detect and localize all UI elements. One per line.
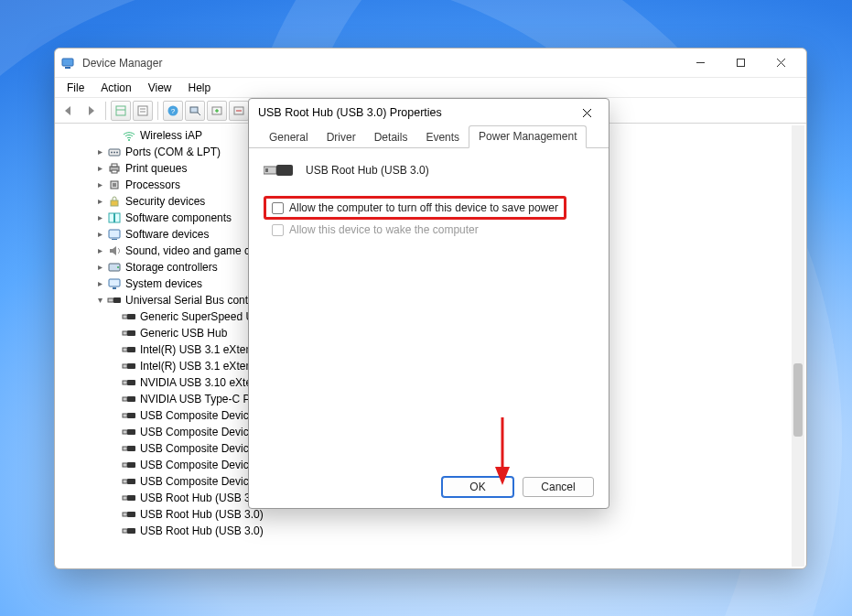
audio-icon bbox=[107, 243, 122, 258]
allow-poweroff-checkbox[interactable] bbox=[272, 202, 284, 214]
svg-rect-54 bbox=[123, 447, 127, 450]
svg-rect-69 bbox=[276, 165, 293, 176]
tab-general[interactable]: General bbox=[260, 127, 318, 148]
usb-plug-icon bbox=[264, 161, 295, 179]
tree-item-label: Security devices bbox=[125, 193, 205, 210]
usb-icon bbox=[122, 392, 136, 406]
toolbar-properties-icon[interactable] bbox=[133, 101, 153, 121]
printer-icon bbox=[107, 161, 122, 176]
close-button[interactable] bbox=[760, 49, 801, 77]
allow-wake-label: Allow this device to wake the computer bbox=[289, 223, 479, 236]
chevron-right-icon[interactable]: ▸ bbox=[93, 226, 107, 243]
dialog-body: USB Root Hub (USB 3.0) Allow the compute… bbox=[249, 148, 609, 508]
chevron-right-icon[interactable]: ▸ bbox=[93, 210, 107, 226]
tree-item-label: Processors bbox=[125, 177, 180, 193]
vertical-scrollbar[interactable] bbox=[792, 125, 804, 567]
svg-rect-42 bbox=[123, 348, 127, 351]
svg-rect-39 bbox=[127, 314, 135, 319]
svg-rect-36 bbox=[108, 298, 113, 302]
svg-rect-38 bbox=[123, 315, 127, 319]
chevron-right-icon[interactable]: ▸ bbox=[93, 160, 107, 177]
tree-item-label: System devices bbox=[125, 276, 202, 292]
svg-rect-27 bbox=[111, 200, 118, 206]
usb-icon bbox=[122, 441, 136, 456]
svg-rect-34 bbox=[109, 279, 120, 286]
svg-rect-37 bbox=[113, 297, 121, 303]
ok-button[interactable]: OK bbox=[442, 477, 513, 497]
toolbar-scan-icon[interactable] bbox=[185, 101, 205, 121]
svg-rect-58 bbox=[123, 480, 127, 483]
chevron-right-icon[interactable]: ▸ bbox=[93, 276, 107, 292]
chevron-down-icon[interactable]: ▾ bbox=[93, 292, 107, 308]
svg-rect-56 bbox=[123, 463, 127, 467]
toolbar-forward-icon[interactable] bbox=[81, 101, 101, 121]
lock-icon bbox=[107, 194, 122, 209]
usb-icon bbox=[122, 309, 136, 324]
toolbar-uninstall-icon[interactable] bbox=[229, 101, 249, 121]
dialog-tabs: GeneralDriverDetailsEventsPower Manageme… bbox=[249, 126, 609, 148]
toolbar-update-driver-icon[interactable] bbox=[207, 101, 227, 121]
toolbar-show-hide-tree-icon[interactable] bbox=[111, 101, 131, 121]
svg-point-21 bbox=[116, 152, 118, 154]
svg-rect-31 bbox=[112, 239, 117, 240]
usb-icon bbox=[122, 507, 136, 522]
svg-rect-41 bbox=[127, 330, 135, 336]
usb-icon bbox=[122, 359, 136, 373]
svg-rect-50 bbox=[123, 414, 127, 417]
device-name-label: USB Root Hub (USB 3.0) bbox=[306, 164, 429, 177]
chevron-right-icon[interactable]: ▸ bbox=[93, 193, 107, 210]
swdev-icon bbox=[107, 227, 122, 242]
maximize-button[interactable] bbox=[720, 49, 760, 77]
dialog-close-button[interactable] bbox=[574, 101, 599, 124]
menu-view[interactable]: View bbox=[140, 80, 180, 96]
dialog-title: USB Root Hub (USB 3.0) Properties bbox=[258, 106, 442, 119]
tree-item-label: Wireless iAP bbox=[140, 127, 202, 144]
tree-item-label: Software components bbox=[125, 210, 232, 226]
usb-icon bbox=[122, 524, 136, 538]
allow-wake-checkbox bbox=[272, 224, 284, 236]
dialog-titlebar: USB Root Hub (USB 3.0) Properties bbox=[249, 99, 609, 126]
scrollbar-thumb[interactable] bbox=[793, 363, 803, 437]
svg-rect-63 bbox=[127, 512, 135, 517]
tree-item-label: USB Composite Device bbox=[140, 473, 254, 490]
tree-item[interactable]: USB Root Hub (USB 3.0) bbox=[60, 523, 792, 539]
tree-item-label: USB Composite Device bbox=[140, 407, 254, 424]
tab-power-management[interactable]: Power Management bbox=[469, 125, 587, 148]
tab-details[interactable]: Details bbox=[365, 127, 417, 148]
cancel-button[interactable]: Cancel bbox=[523, 477, 594, 497]
wifi-icon bbox=[122, 128, 136, 143]
menu-file[interactable]: File bbox=[59, 80, 92, 96]
chevron-right-icon[interactable]: ▸ bbox=[93, 259, 107, 276]
menu-action[interactable]: Action bbox=[92, 80, 139, 96]
toolbar-back-icon[interactable] bbox=[59, 101, 79, 121]
tree-item-label: USB Composite Device bbox=[140, 424, 254, 440]
chevron-right-icon[interactable]: ▸ bbox=[93, 243, 107, 259]
port-icon bbox=[107, 145, 122, 159]
svg-point-19 bbox=[111, 152, 113, 154]
tree-item-label: Generic USB Hub bbox=[140, 325, 227, 341]
highlight-box: Allow the computer to turn off this devi… bbox=[264, 196, 566, 220]
svg-rect-49 bbox=[127, 396, 135, 402]
svg-rect-26 bbox=[113, 183, 116, 187]
svg-text:?: ? bbox=[171, 107, 176, 115]
svg-rect-30 bbox=[109, 230, 120, 238]
chevron-right-icon[interactable]: ▸ bbox=[93, 177, 107, 193]
toolbar-help-icon[interactable]: ? bbox=[163, 101, 183, 121]
chevron-right-icon[interactable]: ▸ bbox=[93, 144, 107, 160]
minimize-button[interactable] bbox=[680, 49, 720, 77]
svg-rect-57 bbox=[127, 462, 135, 468]
usb-icon bbox=[122, 342, 136, 357]
svg-rect-1 bbox=[65, 67, 70, 69]
swcomp-icon bbox=[107, 211, 122, 225]
tab-events[interactable]: Events bbox=[416, 127, 469, 148]
svg-point-20 bbox=[113, 152, 115, 154]
menu-help[interactable]: Help bbox=[180, 80, 220, 96]
usbctl-icon bbox=[107, 293, 122, 308]
tab-driver[interactable]: Driver bbox=[318, 127, 365, 148]
usb-icon bbox=[122, 326, 136, 340]
usb-icon bbox=[122, 458, 136, 472]
cpu-icon bbox=[107, 178, 122, 192]
usb-icon bbox=[122, 375, 136, 390]
usb-icon bbox=[122, 425, 136, 439]
svg-rect-61 bbox=[127, 495, 135, 501]
